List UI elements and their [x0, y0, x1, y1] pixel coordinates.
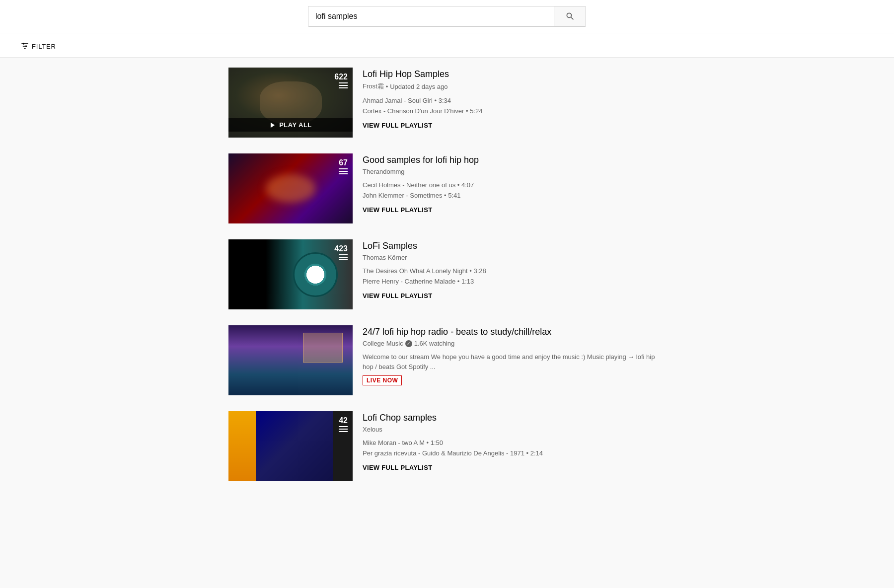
track-item: Cecil Holmes - Neither one of us • 4:07	[363, 180, 666, 191]
play-icon	[269, 122, 276, 129]
playlist-count: 423	[334, 244, 348, 253]
table-row: 423 LoFi Samples Thomas Körner The Desir…	[228, 239, 666, 309]
thumbnail-image	[228, 411, 353, 481]
track-list: Cecil Holmes - Neither one of us • 4:07 …	[363, 180, 666, 201]
playlist-count: 622	[334, 73, 348, 81]
count-overlay: 67	[339, 158, 348, 174]
chop-left-graphic	[228, 411, 256, 481]
result-author: Frost霜	[363, 82, 384, 91]
thumbnail[interactable]: PLAY ALL 622	[228, 68, 353, 138]
watching-count: 1.6K watching	[414, 340, 455, 347]
svg-marker-5	[271, 122, 275, 128]
track-item: Ahmad Jamal - Soul Girl • 3:34	[363, 96, 666, 106]
header	[0, 0, 894, 33]
window-graphic	[303, 333, 343, 363]
play-all-label: PLAY ALL	[279, 121, 312, 129]
track-list: Mike Moran - two A M • 1:50 Per grazia r…	[363, 438, 666, 459]
result-info: Lofi Hip Hop Samples Frost霜 • Updated 2 …	[363, 68, 666, 129]
result-author: College Music	[363, 340, 403, 347]
search-input[interactable]	[308, 8, 554, 25]
track-item: John Klemmer - Sometimes • 5:41	[363, 191, 666, 201]
description-text: Welcome to our stream We hope you have a…	[363, 352, 666, 371]
table-row: 24/7 lofi hip hop radio - beats to study…	[228, 325, 666, 395]
view-playlist-button[interactable]: VIEW FULL PLAYLIST	[363, 206, 666, 214]
table-row: PLAY ALL 622 Lofi Hip Hop Samples Frost霜…	[228, 68, 666, 138]
thumbnail[interactable]: 423	[228, 239, 353, 309]
verified-icon: ✓	[405, 340, 412, 347]
result-info: 24/7 lofi hip hop radio - beats to study…	[363, 325, 666, 385]
separator: •	[386, 83, 388, 90]
playlist-icon	[339, 82, 348, 88]
thumbnail-image	[228, 153, 353, 223]
result-updated: Updated 2 days ago	[390, 83, 447, 90]
result-title[interactable]: Good samples for lofi hip hop	[363, 154, 666, 166]
result-author: Therandommg	[363, 168, 405, 175]
playlist-count: 42	[339, 416, 348, 425]
result-meta: Therandommg	[363, 168, 666, 175]
result-meta: Frost霜 • Updated 2 days ago	[363, 82, 666, 91]
thumbnail[interactable]	[228, 325, 353, 395]
playlist-icon	[339, 426, 348, 432]
playlist-icon	[339, 168, 348, 174]
result-info: LoFi Samples Thomas Körner The Desires O…	[363, 239, 666, 299]
result-author: Thomas Körner	[363, 254, 407, 261]
svg-point-4	[25, 45, 27, 47]
view-playlist-button[interactable]: VIEW FULL PLAYLIST	[363, 122, 666, 129]
thumbnail-image	[228, 325, 353, 395]
filter-icon	[20, 41, 30, 51]
search-button[interactable]	[554, 6, 586, 26]
thumbnail[interactable]: 67	[228, 153, 353, 223]
count-overlay: 622	[334, 73, 348, 88]
thumbnail[interactable]: 42	[228, 411, 353, 481]
track-item: Per grazia ricevuta - Guido & Maurizio D…	[363, 448, 666, 459]
track-list: The Desires Oh What A Lonely Night • 3:2…	[363, 266, 666, 287]
track-item: The Desires Oh What A Lonely Night • 3:2…	[363, 266, 666, 277]
track-item: Pierre Henry - Catherine Malade • 1:13	[363, 277, 666, 287]
count-overlay: 423	[334, 244, 348, 260]
search-container	[308, 6, 586, 27]
result-title[interactable]: Lofi Hip Hop Samples	[363, 69, 666, 80]
table-row: 42 Lofi Chop samples Xelous Mike Moran -…	[228, 411, 666, 481]
result-info: Lofi Chop samples Xelous Mike Moran - tw…	[363, 411, 666, 471]
filter-bar: FILTER	[0, 33, 894, 58]
result-title[interactable]: LoFi Samples	[363, 240, 666, 252]
results-list: PLAY ALL 622 Lofi Hip Hop Samples Frost霜…	[209, 58, 685, 507]
view-playlist-button[interactable]: VIEW FULL PLAYLIST	[363, 292, 666, 299]
result-author: Xelous	[363, 426, 382, 433]
filter-label: FILTER	[32, 43, 56, 50]
playlist-icon	[339, 254, 348, 260]
result-title[interactable]: 24/7 lofi hip hop radio - beats to study…	[363, 326, 666, 338]
live-badge: LIVE NOW	[363, 375, 402, 385]
track-item: Mike Moran - two A M • 1:50	[363, 438, 666, 448]
filter-button[interactable]: FILTER	[20, 41, 56, 51]
view-playlist-button[interactable]: VIEW FULL PLAYLIST	[363, 464, 666, 471]
result-info: Good samples for lofi hip hop Therandomm…	[363, 153, 666, 214]
result-meta: College Music ✓ 1.6K watching	[363, 340, 666, 347]
track-list: Ahmad Jamal - Soul Girl • 3:34 Cortex - …	[363, 96, 666, 117]
result-meta: Xelous	[363, 426, 666, 433]
svg-point-3	[23, 43, 24, 44]
table-row: 67 Good samples for lofi hip hop Therand…	[228, 153, 666, 223]
playlist-count: 67	[339, 158, 348, 167]
play-all-button[interactable]: PLAY ALL	[228, 118, 353, 132]
result-meta: Thomas Körner	[363, 254, 666, 261]
track-item: Cortex - Chanson D'un Jour D'hiver • 5:2…	[363, 106, 666, 117]
count-overlay: 42	[339, 416, 348, 432]
search-icon	[565, 11, 575, 21]
result-title[interactable]: Lofi Chop samples	[363, 412, 666, 424]
record-graphic	[293, 252, 338, 297]
